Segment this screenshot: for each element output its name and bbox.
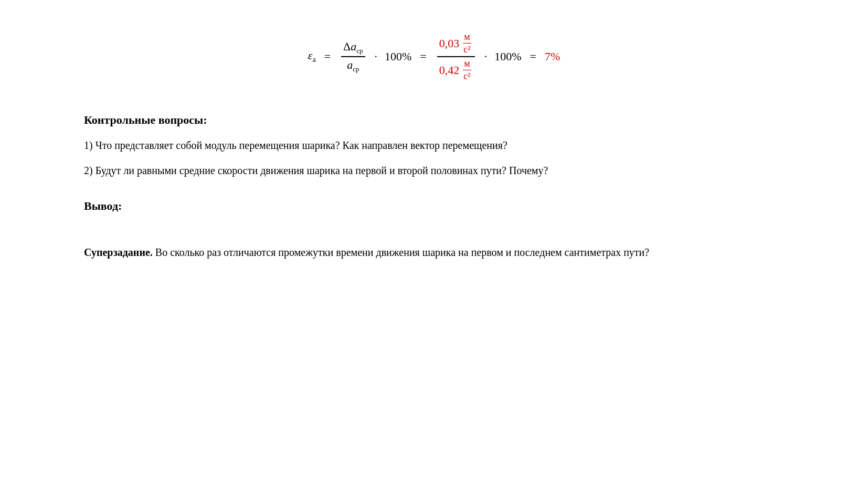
superzadanie-body: Во сколько раз отличаются промежутки вре… (153, 247, 649, 258)
equals-2: = (420, 50, 426, 63)
denominator-value: 0,42 (439, 63, 460, 77)
equals-1: = (324, 50, 331, 63)
numerator-unit-top: м (463, 31, 471, 44)
epsilon-subscript: a (312, 56, 315, 64)
kontrol-title: Контрольные вопросы: (84, 113, 784, 127)
vyvod-title: Вывод: (84, 199, 784, 213)
sr-subscript-1: ср (356, 47, 363, 55)
numerator-units: м с² (462, 31, 471, 55)
superzadanie-text: Суперзадание. Во сколько раз отличаются … (84, 244, 784, 260)
epsilon-symbol: εa (308, 49, 316, 64)
delta-symbol: Δ (343, 40, 351, 53)
denominator-unit-bot: с² (462, 70, 471, 82)
superzadanie-section: Суперзадание. Во сколько раз отличаются … (84, 244, 784, 260)
frac2-denominator: 0,42 м с² (437, 57, 475, 82)
frac1-numerator: Δaср (341, 40, 365, 57)
question-2: 2) Будут ли равными средние скорости дви… (84, 163, 784, 178)
a-symbol: a (351, 40, 356, 53)
formula-section: εa = Δaср aср · 100% = 0,03 м с² 0, (84, 31, 784, 82)
dot-mult-1: · (375, 50, 378, 63)
frac1-denominator: aср (345, 57, 361, 73)
equals-3: = (530, 50, 536, 63)
percent-1: 100% (385, 50, 411, 63)
numerator-value: 0,03 (439, 37, 460, 50)
denominator-unit-top: м (463, 58, 471, 70)
vyvod-section: Вывод: (84, 199, 784, 213)
question-1: 1) Что представляет собой модуль перемещ… (84, 137, 784, 153)
fraction-2: 0,03 м с² 0,42 м с² (437, 31, 475, 82)
numerator-unit-bot: с² (462, 44, 471, 55)
result-value: 7% (545, 50, 560, 63)
dot-mult-2: · (484, 50, 488, 63)
frac2-numerator: 0,03 м с² (437, 31, 475, 57)
fraction-1: Δaср aср (341, 40, 365, 74)
a-den-symbol: a (347, 58, 353, 71)
sr-subscript-2: ср (353, 65, 359, 73)
formula-expression: εa = Δaср aср · 100% = 0,03 м с² 0, (308, 31, 560, 82)
denominator-units: м с² (462, 58, 471, 82)
percent-2: 100% (494, 50, 521, 63)
superzadanie-bold: Суперзадание. (84, 247, 153, 258)
